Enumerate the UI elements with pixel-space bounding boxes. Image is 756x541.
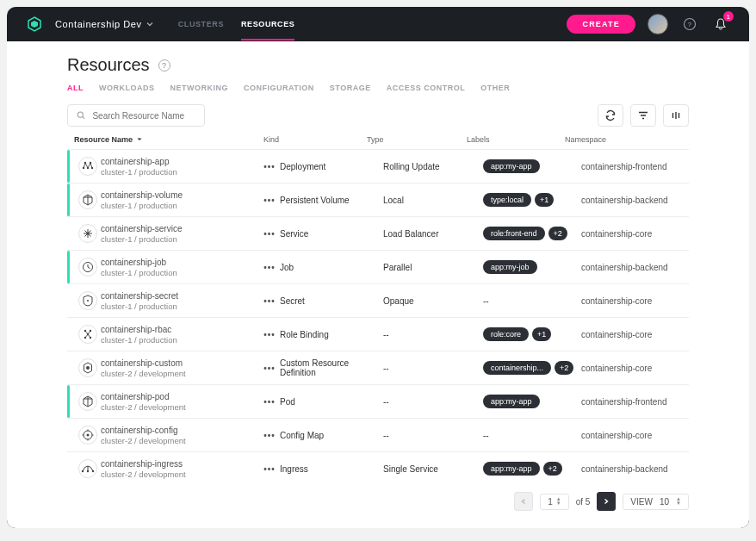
top-bar: Containership Dev CLUSTERS RESOURCES CRE… (7, 7, 749, 41)
columns-button[interactable] (663, 104, 689, 127)
label-extra-pill[interactable]: +1 (532, 327, 551, 341)
nav-resources[interactable]: RESOURCES (241, 20, 294, 28)
label-pill[interactable]: app:my-job (483, 260, 537, 274)
pager-page-input[interactable]: 1 ▲▼ (540, 494, 569, 510)
resource-type: Local (383, 196, 483, 205)
table-row[interactable]: containership-app cluster-1 / production… (67, 149, 689, 183)
label-extra-pill[interactable]: +2 (543, 462, 562, 476)
col-header-name[interactable]: Resource Name (67, 135, 263, 144)
filter-button[interactable] (630, 104, 656, 127)
title-help-icon[interactable]: ? (158, 59, 170, 72)
table-row[interactable]: containership-config cluster-2 / develop… (67, 418, 689, 451)
tab-access-control[interactable]: ACCESS CONTROL (387, 84, 466, 92)
label-pill[interactable]: app:my-app (483, 395, 540, 408)
resource-type: Parallel (383, 263, 483, 272)
resource-cluster: cluster-1 / production (101, 201, 259, 210)
status-indicator (67, 284, 70, 317)
resource-labels: app:my-app+2 (483, 462, 581, 476)
resource-kind-icon (78, 258, 97, 277)
resource-kind: Ingress (280, 464, 383, 474)
col-header-kind[interactable]: Kind (263, 135, 367, 144)
tab-networking[interactable]: NETWORKING (170, 84, 229, 92)
resource-type: Load Balancer (383, 229, 483, 239)
resource-labels: app:my-app (483, 159, 581, 173)
status-indicator (67, 351, 70, 384)
resource-cluster: cluster-2 / development (101, 436, 259, 445)
col-header-labels[interactable]: Labels (467, 135, 565, 144)
resource-type: Single Service (383, 464, 483, 474)
label-pill[interactable]: type:local (483, 193, 531, 207)
resource-labels: containership...+2 (483, 361, 581, 375)
help-button[interactable]: ? (680, 15, 699, 34)
table-body: containership-app cluster-1 / production… (67, 149, 689, 485)
create-button[interactable]: CREATE (567, 15, 635, 34)
row-menu-button[interactable]: ••• (259, 464, 280, 474)
status-indicator (67, 217, 70, 250)
label-pill[interactable]: containership... (483, 361, 551, 375)
sort-icon (136, 136, 143, 143)
org-selector[interactable]: Containership Dev (55, 19, 154, 29)
label-pill[interactable]: role:front-end (483, 227, 545, 240)
resource-type: Opaque (383, 296, 483, 306)
resource-name: containership-app (101, 157, 259, 166)
table-row[interactable]: containership-rbac cluster-1 / productio… (67, 317, 689, 351)
refresh-button[interactable] (598, 104, 623, 127)
table-row[interactable]: containership-ingress cluster-2 / develo… (67, 451, 689, 485)
status-indicator (67, 183, 70, 216)
row-menu-button[interactable]: ••• (259, 330, 280, 339)
status-indicator (67, 251, 70, 283)
pager-next[interactable] (597, 492, 616, 511)
refresh-icon (604, 109, 617, 121)
table-row[interactable]: containership-job cluster-1 / production… (67, 250, 689, 283)
table-row[interactable]: containership-custom cluster-2 / develop… (67, 351, 689, 384)
notifications-button[interactable]: 1 (711, 15, 730, 34)
resource-kind: Pod (280, 397, 383, 407)
label-pill[interactable]: app:my-app (483, 462, 540, 476)
resource-cluster: cluster-1 / production (101, 268, 259, 277)
resource-kind-icon (78, 392, 97, 411)
label-extra-pill[interactable]: +2 (548, 227, 567, 240)
status-indicator (67, 385, 70, 418)
resource-type: Rolling Update (383, 162, 483, 171)
resource-cluster: cluster-2 / development (101, 369, 259, 378)
row-menu-button[interactable]: ••• (259, 263, 280, 272)
table-row[interactable]: containership-service cluster-1 / produc… (67, 216, 689, 250)
table-row[interactable]: containership-secret cluster-1 / product… (67, 283, 689, 317)
label-pill[interactable]: app:my-app (483, 159, 540, 173)
tab-storage[interactable]: STORAGE (330, 84, 371, 92)
nav-clusters[interactable]: CLUSTERS (178, 20, 224, 28)
tab-configuration[interactable]: CONFIGURATION (244, 84, 314, 92)
stepper-arrows-icon: ▲▼ (676, 497, 681, 506)
col-header-namespace[interactable]: Namespace (565, 135, 689, 144)
row-menu-button[interactable]: ••• (259, 296, 280, 306)
resource-name: containership-service (101, 224, 259, 233)
col-header-type[interactable]: Type (367, 135, 467, 144)
row-menu-button[interactable]: ••• (259, 229, 280, 239)
label-pill[interactable]: role:core (483, 327, 529, 341)
pager-view-select[interactable]: VIEW 10 ▲▼ (623, 494, 689, 510)
row-menu-button[interactable]: ••• (259, 364, 280, 373)
table-row[interactable]: containership-pod cluster-2 / developmen… (67, 384, 689, 418)
resource-namespace: containership-frontend (581, 162, 689, 171)
label-extra-pill[interactable]: +2 (555, 361, 573, 375)
tab-workloads[interactable]: WORKLOADS (99, 84, 155, 92)
resource-namespace: containership-core (581, 229, 689, 239)
row-menu-button[interactable]: ••• (259, 162, 280, 171)
resource-namespace: containership-backend (581, 263, 689, 272)
stepper-arrows-icon: ▲▼ (556, 497, 561, 506)
resource-labels: app:my-app (483, 395, 581, 408)
row-menu-button[interactable]: ••• (259, 196, 280, 205)
status-indicator (67, 419, 70, 451)
tab-other[interactable]: OTHER (480, 84, 510, 92)
row-menu-button[interactable]: ••• (259, 397, 280, 407)
row-menu-button[interactable]: ••• (259, 431, 280, 440)
resource-kind-icon (78, 224, 97, 243)
label-extra-pill[interactable]: +1 (535, 193, 554, 207)
table-row[interactable]: containership-volume cluster-1 / product… (67, 183, 689, 216)
pager-prev[interactable] (514, 492, 533, 511)
tab-all[interactable]: ALL (67, 84, 84, 92)
resource-type: -- (383, 397, 483, 407)
search-input[interactable] (92, 111, 195, 121)
user-avatar[interactable] (648, 14, 668, 34)
search-box[interactable] (67, 104, 205, 127)
